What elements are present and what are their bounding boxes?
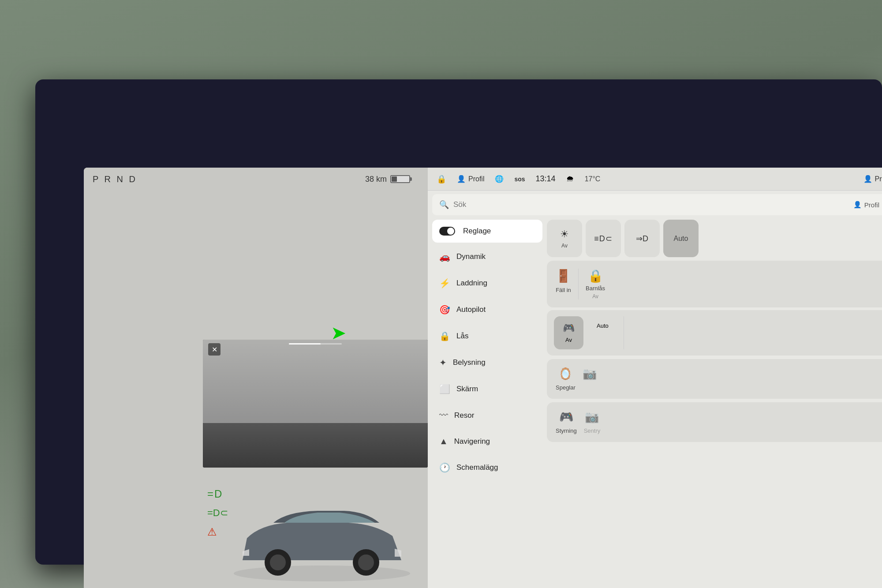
barnlas-icon: 🔒: [588, 269, 603, 283]
speglar-icon: 🪞: [558, 367, 572, 381]
tile-fog[interactable]: ≡D⊂: [586, 220, 621, 257]
steering-av-label: Av: [565, 337, 572, 343]
right-profile-button[interactable]: 👤 Profil: [863, 175, 882, 183]
menu-label-laddning: Laddning: [456, 279, 487, 288]
beam-icon: ⇒D: [636, 234, 648, 243]
profile-label: Profil: [468, 175, 484, 183]
prnd-display: P R N D: [93, 174, 137, 184]
search-input[interactable]: [453, 200, 849, 209]
tile-beam[interactable]: ⇒D: [624, 220, 660, 257]
styrning-icon: 🎮: [559, 410, 573, 424]
barnlas-button[interactable]: 🔒 Barnlås Av: [586, 269, 605, 300]
reglage-toggle[interactable]: [439, 227, 455, 236]
steering-divider: [624, 316, 624, 349]
sentry-label: Sentry: [584, 427, 601, 434]
headlight-icon: =D: [207, 488, 228, 500]
door-lock-section: 🚪 Fäll in 🔒 Barnlås Av: [547, 261, 882, 307]
battery-bar: [390, 175, 410, 183]
search-profile-button[interactable]: 👤 Profil: [853, 201, 879, 209]
tile-auto[interactable]: Auto: [663, 220, 699, 257]
steering-wheel-icon: 🎮: [563, 322, 575, 334]
battery-fill: [392, 176, 397, 182]
divider: [578, 269, 579, 300]
menu-item-schemalagg[interactable]: 🕐 Schemalägg: [432, 455, 542, 480]
menu-item-dynamik[interactable]: 🚗 Dynamik: [432, 244, 542, 269]
steering-auto-label: Auto: [597, 322, 609, 329]
tesla-screen: P R N D 38 km ➤ ✕: [84, 168, 882, 588]
menu-item-las[interactable]: 🔒 Lås: [432, 324, 542, 348]
right-panel: 🔒 👤 Profil 🌐 sos 13:14 🌧 17°C 👤 Profil 🔍: [428, 168, 882, 588]
menu-item-autopilot[interactable]: 🎯 Autopilot: [432, 297, 542, 322]
fall-in-button[interactable]: 🚪 Fäll in: [556, 269, 571, 300]
time-display: 13:14: [536, 174, 556, 184]
fog-icon: ≡D⊂: [594, 234, 613, 243]
sentry-section: 🎮 Styrning 📷 Sentry: [547, 402, 882, 442]
autopilot-icon: 🎯: [439, 304, 450, 315]
steering-auto-button[interactable]: Auto: [588, 316, 617, 349]
seatbelt-icon: ⚠: [207, 526, 228, 538]
right-profile-label: Profil: [875, 175, 882, 183]
fog-light-icon: =D⊂: [207, 507, 228, 519]
search-profile-icon: 👤: [853, 201, 862, 209]
camera-floor: [203, 423, 428, 468]
menu-item-reglage[interactable]: Reglage: [432, 220, 542, 243]
svg-point-2: [270, 554, 286, 570]
sos-label: sos: [514, 176, 525, 183]
navigering-icon: ▲: [439, 436, 448, 446]
styrning-button[interactable]: 🎮 Styrning: [556, 410, 577, 434]
monitor-bezel: P R N D 38 km ➤ ✕: [35, 79, 882, 565]
menu-label-dynamik: Dynamik: [456, 252, 486, 261]
temperature-display: 17°C: [585, 175, 601, 183]
steering-av-button[interactable]: 🎮 Av: [554, 316, 583, 349]
resor-icon: 〰: [439, 410, 448, 420]
steering-section: 🎮 Av Auto: [547, 310, 882, 356]
dynamik-icon: 🚗: [439, 251, 450, 262]
fall-in-label: Fäll in: [556, 287, 571, 293]
inte-tillganglig-button[interactable]: 📷: [583, 367, 597, 391]
menu-label-navigering: Navigering: [454, 437, 490, 446]
speglar-button[interactable]: 🪞 Speglar: [556, 367, 576, 391]
camera-progress-bar: [289, 343, 342, 345]
camera-progress-fill: [289, 343, 321, 345]
status-bar-right: 🔒 👤 Profil 🌐 sos 13:14 🌧 17°C 👤 Profil: [428, 168, 882, 191]
las-icon: 🔒: [439, 331, 450, 341]
left-panel: P R N D 38 km ➤ ✕: [84, 168, 428, 588]
search-bar[interactable]: 🔍 👤 Profil: [432, 194, 882, 215]
weather-icon: 🌧: [566, 174, 574, 184]
speglar-label: Speglar: [556, 384, 576, 391]
menu-item-skarm[interactable]: ⬜ Skärm: [432, 377, 542, 401]
menu-item-belysning[interactable]: ✦ Belysning: [432, 350, 542, 375]
camera-close-button[interactable]: ✕: [208, 343, 220, 356]
search-profile-label: Profil: [864, 201, 879, 209]
fall-in-icon: 🚪: [556, 269, 571, 283]
profile-button[interactable]: 👤 Profil: [457, 175, 484, 183]
laddning-icon: ⚡: [439, 278, 450, 288]
tiles-row-1: ☀ Av ≡D⊂ ⇒D Auto: [547, 220, 882, 257]
camera-view[interactable]: ✕: [203, 340, 428, 468]
camera-wall: [203, 340, 428, 429]
svg-point-4: [358, 554, 374, 570]
menu-item-laddning[interactable]: ⚡ Laddning: [432, 271, 542, 296]
menu-label-autopilot: Autopilot: [456, 305, 486, 314]
menu-label-resor: Resor: [454, 411, 474, 420]
sentry-camera-icon: 📷: [585, 410, 599, 424]
range-info: 38 km: [365, 175, 410, 184]
menu-label-schemalagg: Schemalägg: [456, 463, 498, 472]
tile-av-light[interactable]: ☀ Av: [547, 220, 582, 257]
skarm-icon: ⬜: [439, 384, 450, 394]
menu-label-belysning: Belysning: [453, 358, 486, 367]
menu-label-reglage: Reglage: [463, 227, 491, 236]
tile-auto-label: Auto: [674, 235, 688, 243]
sentry-button[interactable]: 📷 Sentry: [584, 410, 601, 434]
mirrors-section: 🪞 Speglar 📷: [547, 359, 882, 399]
left-indicator-icons: =D =D⊂ ⚠: [207, 488, 228, 538]
menu-item-resor[interactable]: 〰 Resor: [432, 403, 542, 427]
styrning-label: Styrning: [556, 427, 577, 434]
tile-av-label: Av: [561, 243, 568, 249]
range-text: 38 km: [365, 175, 387, 184]
menu-item-navigering[interactable]: ▲ Navigering: [432, 429, 542, 453]
right-profile-icon: 👤: [863, 175, 872, 183]
camera-unavailable-icon: 📷: [583, 367, 597, 381]
schemalagg-icon: 🕐: [439, 462, 450, 473]
svg-point-0: [234, 566, 410, 581]
